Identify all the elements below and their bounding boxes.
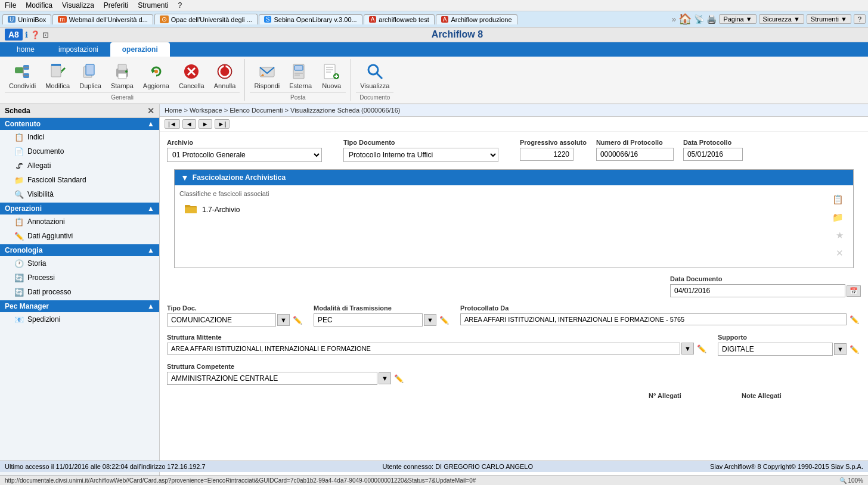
data-documento-cal-btn[interactable]: 📅 [847,285,861,297]
struttura-competente-dropdown-btn[interactable]: ▼ [379,372,391,384]
modalita-edit-btn[interactable]: ✏️ [438,316,451,325]
browser-home-btn[interactable]: 🏠 [678,13,692,26]
tipo-doc-edit-btn[interactable]: ✏️ [291,316,304,325]
annotazioni-label: Annotazioni [27,217,65,226]
nav-prev-btn[interactable]: ◄ [182,119,196,129]
supporto-input[interactable] [718,343,833,356]
sicurezza-btn[interactable]: Sicurezza ▼ [759,14,804,24]
toolbar-btn-duplica[interactable]: Duplica [75,59,106,92]
fas-copy-btn[interactable]: 📋 [832,192,844,207]
progressivo-input[interactable] [520,148,574,161]
sidebar-section-header-contenuto[interactable]: Contenuto ▲ [0,118,159,130]
sidebar-item-storia[interactable]: 🕐 Storia [0,256,159,271]
sidebar-item-annotazioni[interactable]: 📋 Annotazioni [0,214,159,229]
browser-tab-opac[interactable]: ⊙ Opac dell'Università degli ... [154,14,258,24]
n-allegati-field: N° Allegati [649,392,732,399]
sidebar-item-indici[interactable]: 📋 Indici [0,130,159,144]
menu-file[interactable]: File [5,1,16,10]
help-btn[interactable]: ? [854,14,866,24]
svg-line-35 [377,73,382,79]
tabs-more-btn[interactable]: » [672,14,677,24]
archivio-select[interactable]: 01 Protocollo Generale [167,148,322,162]
sidebar-item-visibilita[interactable]: 🔍 Visibilità [0,187,159,201]
supporto-dropdown-btn[interactable]: ▼ [834,343,847,355]
supporto-field: Supporto ▼ ✏️ [718,334,861,356]
toolbar-btn-nuova[interactable]: Nuova [317,59,346,92]
nav-next-btn[interactable]: ► [199,119,212,129]
browser-print-btn[interactable]: 🖨️ [706,14,717,24]
toolbar-btn-esterna[interactable]: Esterna [285,59,316,92]
supporto-edit-btn[interactable]: ✏️ [848,345,861,354]
tipo-documento-field: Tipo Documento Protocollo Interno tra Uf… [343,139,510,162]
data-documento-field: Data Documento 📅 [670,275,861,297]
browser-tab-sebina[interactable]: S Sebina OpenLibrary v.3.00... [259,14,362,24]
browser-tab-webmail[interactable]: m Webmail dell'Università d... [52,14,153,24]
fas-folder-btn[interactable]: 📁 [832,210,844,225]
toolbar-btn-annulla[interactable]: Annulla [210,59,240,92]
sidebar-item-allegati[interactable]: 🖇 Allegati [0,158,159,173]
visualizza-icon [365,62,385,81]
toolbar-btn-condividi[interactable]: Condividi [5,59,40,92]
toolbar-btn-visualizza[interactable]: Visualizza [356,59,393,92]
modalita-trasmissione-input[interactable] [314,313,423,327]
struttura-competente-input[interactable] [167,372,377,385]
strumenti-btn[interactable]: Strumenti ▼ [807,14,851,24]
sidebar-section-header-operazioni[interactable]: Operazioni ▲ [0,203,159,214]
sidebar-item-documento[interactable]: 📄 Documento [0,144,159,158]
menu-preferiti[interactable]: Preferiti [104,1,128,10]
nav-tab-operazioni[interactable]: operazioni [110,42,170,57]
tipo-doc-dropdown-btn[interactable]: ▼ [277,314,290,326]
pagina-btn[interactable]: Pagina ▼ [719,14,756,24]
toolbar-btn-aggiorna[interactable]: Aggiorna [139,59,173,92]
toolbar-btn-cancella[interactable]: Cancella [175,59,209,92]
nav-last-btn[interactable]: ►| [215,119,230,129]
sidebar-item-fascicoli-standard[interactable]: 📁 Fascicoli Standard [0,173,159,187]
fas-delete-btn[interactable]: ✕ [836,246,844,260]
esterna-label: Esterna [289,82,312,89]
protocollato-da-input[interactable] [460,313,847,325]
browser-tab-archiflow-prod[interactable]: A Archiflow produzione [436,14,517,24]
toolbar-btn-stampa[interactable]: Stampa [107,59,138,92]
toolbar-btn-rispondi[interactable]: Rispondi [250,59,284,92]
toolbar-btn-modifica[interactable]: Modifica [41,59,74,92]
help-icon[interactable]: ❓ [30,30,40,39]
menu-visualizza[interactable]: Visualizza [62,1,94,10]
zoom-text: 🔍 100% [839,477,863,482]
browser-tab-archiflow-test[interactable]: A archiflowweb test [364,14,435,24]
sidebar-item-spedizioni[interactable]: 📧 Spedizioni [0,312,159,327]
data-protocollo-input[interactable] [683,148,743,161]
menu-strumenti[interactable]: Strumenti [138,1,168,10]
fascicolazione-section: ▼ Fascicolazione Archivistica Classifich… [174,169,854,268]
cancella-label: Cancella [179,82,204,89]
sidebar-section-header-cronologia[interactable]: Cronologia ▲ [0,244,159,256]
fascicolazione-header[interactable]: ▼ Fascicolazione Archivistica [175,170,853,185]
sidebar-item-dati-aggiuntivi[interactable]: ✏️ Dati Aggiuntivi [0,229,159,243]
sidebar-item-dati-processo[interactable]: 🔄 Dati processo [0,285,159,299]
modalita-dropdown-btn[interactable]: ▼ [424,314,436,326]
menu-help[interactable]: ? [178,1,182,10]
struttura-mittente-dropdown-btn[interactable]: ▼ [681,343,694,355]
fas-star-btn[interactable]: ★ [836,228,844,242]
browser-tab-unimibox[interactable]: U UnimiBox [2,14,51,24]
window-icon[interactable]: ⊡ [42,30,49,39]
data-documento-label: Data Documento [670,275,861,282]
sidebar-close-btn[interactable]: ✕ [147,106,154,116]
browser-rss-btn[interactable]: 📡 [694,14,704,24]
struttura-mittente-input[interactable] [167,343,680,355]
nav-first-btn[interactable]: |◄ [165,119,180,129]
protocollato-da-edit-btn[interactable]: ✏️ [848,315,861,324]
tipo-documento-select[interactable]: Protocollo Interno tra Uffici [343,148,498,162]
menu-modifica[interactable]: Modifica [26,1,52,10]
struttura-competente-edit-btn[interactable]: ✏️ [392,374,405,383]
sidebar-section-header-pec-manager[interactable]: Pec Manager ▲ [0,300,159,312]
tipo-doc-input[interactable] [167,313,276,327]
numero-protocollo-input[interactable] [596,148,674,161]
struttura-mittente-edit-btn[interactable]: ✏️ [695,344,708,353]
nav-tab-impostazioni[interactable]: impostazioni [46,42,110,57]
tipo-documento-label: Tipo Documento [343,139,510,146]
svg-rect-12 [118,73,126,79]
sidebar-item-processi[interactable]: 🔄 Processi [0,271,159,285]
data-documento-input[interactable] [670,284,845,297]
info-icon[interactable]: ℹ [25,30,28,39]
nav-tab-home[interactable]: home [5,42,46,57]
